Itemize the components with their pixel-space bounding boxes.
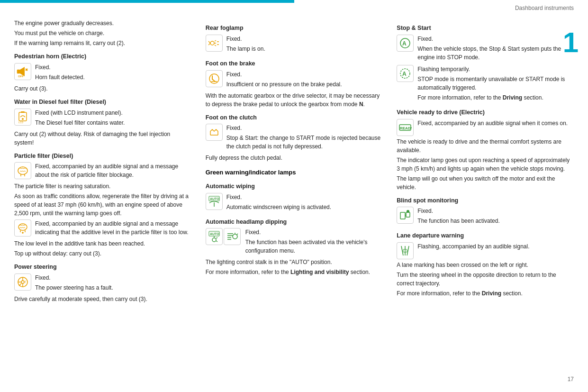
headlamp-dip-title: Automatic headlamp dipping <box>206 218 383 227</box>
svg-line-19 <box>208 41 210 43</box>
ready-drive-desc1: The vehicle is ready to drive and the th… <box>397 137 574 155</box>
headlamp-dip-desc2: For more information, refer to the Light… <box>206 268 383 276</box>
stop-start-text2: Flashing temporarily. STOP mode is momen… <box>417 65 574 103</box>
svg-text:A: A <box>402 40 407 47</box>
svg-point-39 <box>233 234 237 239</box>
particle-filter-text: Fixed, accompanied by an audible signal … <box>35 162 191 181</box>
stop-start-row1: A Fixed. When the vehicle stops, the Sto… <box>397 35 574 63</box>
column-2: Rear foglamp Fixed. The lamp is on. <box>199 14 390 373</box>
page-number-bottom: 17 <box>568 376 574 383</box>
power-steering-icon: ! <box>14 273 31 291</box>
svg-rect-48 <box>400 212 405 219</box>
headlamp-dip-text: Fixed. The function has been activated v… <box>245 228 383 256</box>
power-steering-title: Power steering <box>14 263 191 272</box>
rear-foglamp-icon <box>206 35 223 52</box>
svg-rect-49 <box>406 212 410 217</box>
particle-filter-row2: Fixed, accompanied by an audible signal … <box>14 219 191 238</box>
rear-foglamp-text: Fixed. The lamp is on. <box>226 35 383 55</box>
particle-filter2-desc2: Top up without delay: carry out (3). <box>14 249 191 258</box>
diesel-filter-row: LCD Fixed (with LCD instrument panel). T… <box>14 109 191 128</box>
lane-depart-desc2: Turn the steering wheel in the opposite … <box>397 271 574 288</box>
svg-line-20 <box>208 43 210 45</box>
pedestrian-horn-action: Carry out (3). <box>14 84 191 93</box>
svg-text:LCD: LCD <box>18 121 23 124</box>
svg-rect-0 <box>17 70 20 73</box>
pedestrian-horn-title: Pedestrian horn (Electric) <box>14 52 191 61</box>
svg-line-18 <box>215 45 216 46</box>
power-steering-text: Fixed. The power steering has a fault. <box>35 273 191 293</box>
intro-line-2: You must put the vehicle on charge. <box>14 29 191 37</box>
auto-wipe-title: Automatic wiping <box>206 182 383 191</box>
lane-depart-desc3: For more information, refer to the Drivi… <box>397 289 574 298</box>
headlamp-dip-icon1: AUTO <box>206 228 223 245</box>
foot-clutch-row: Fixed. Stop & Start: the change to START… <box>206 124 383 152</box>
ready-drive-row: READY Fixed, accompanied by an audible s… <box>397 119 574 136</box>
header: Dashboard instruments <box>515 5 574 11</box>
diesel-filter-title: Water in Diesel fuel filter (Diesel) <box>14 98 191 107</box>
svg-text:AUTO: AUTO <box>210 197 219 201</box>
foot-brake-text: Fixed. Insufficient or no pressure on th… <box>226 70 383 90</box>
svg-point-31 <box>212 238 216 242</box>
pedestrian-horn-row: OFF Fixed. Horn fault detected. <box>14 63 191 83</box>
svg-text:A: A <box>402 71 407 77</box>
power-steering-row: ! Fixed. The power steering has a fault. <box>14 273 191 293</box>
headlamp-dip-row: AUTO <box>206 228 383 256</box>
stop-start-row2: A Flashing temporarily. STOP mode is mom… <box>397 65 574 103</box>
stop-start-a2-icon: A <box>397 65 414 82</box>
particle-filter2-text: Fixed, accompanied by an audible signal … <box>35 219 191 238</box>
particle-filter-desc1: The particle filter is nearing saturatio… <box>14 182 191 191</box>
svg-line-41 <box>237 234 238 235</box>
stop-start-title: Stop & Start <box>397 24 574 33</box>
foot-brake-desc: With the automatic gearbox or the drive … <box>206 91 383 109</box>
svg-point-51 <box>407 210 409 213</box>
foot-brake-title: Foot on the brake <box>206 59 383 68</box>
particle-filter-row: Fixed, accompanied by an audible signal … <box>14 162 191 181</box>
ready-drive-desc2: The indicator lamp goes out upon reachin… <box>397 156 574 173</box>
foot-clutch-icon <box>206 124 223 141</box>
diesel-filter-text: Fixed (with LCD instrument panel). The D… <box>35 109 191 128</box>
foot-brake-row: Fixed. Insufficient or no pressure on th… <box>206 70 383 90</box>
headlamp-dip-icon2 <box>224 228 241 245</box>
foot-clutch-action: Fully depress the clutch pedal. <box>206 154 383 162</box>
auto-wipe-icon: AUTO <box>206 193 223 210</box>
svg-point-13 <box>21 281 24 283</box>
blind-spot-row: Fixed. The function has been activated. <box>397 207 574 227</box>
header-title: Dashboard instruments <box>515 5 574 11</box>
ready-drive-title: Vehicle ready to drive (Electric) <box>397 108 574 117</box>
power-steering-action: Drive carefully at moderate speed, then … <box>14 295 191 303</box>
particle-filter2-desc1: The low level in the additive tank has b… <box>14 239 191 248</box>
intro-line-3: If the warning lamp remains lit, carry o… <box>14 39 191 47</box>
ready-icon: READY <box>397 119 414 136</box>
headlamp-dip-desc1: The lighting control stalk is in the "AU… <box>206 258 383 266</box>
diesel-filter-icon: LCD <box>14 109 31 126</box>
foot-clutch-text: Fixed. Stop & Start: the change to START… <box>226 124 383 152</box>
svg-line-17 <box>215 40 216 41</box>
svg-line-34 <box>216 241 217 242</box>
svg-line-33 <box>216 237 217 238</box>
green-lamps-title: Green warning/indicator lamps <box>206 168 383 177</box>
foot-brake-icon <box>206 70 223 87</box>
blind-spot-icon <box>397 207 414 224</box>
column-3: Stop & Start A Fixed. When the vehicle s… <box>389 14 588 373</box>
stop-start-a-icon: A <box>397 35 414 52</box>
svg-point-23 <box>209 74 219 83</box>
main-content: The engine power gradually decreases. Yo… <box>0 14 588 373</box>
svg-text:READY: READY <box>400 126 412 130</box>
svg-text:OFF: OFF <box>18 75 24 78</box>
blind-spot-title: Blind spot monitoring <box>397 196 574 205</box>
column-1: The engine power gradually decreases. Yo… <box>0 14 199 373</box>
particle-filter-icon <box>14 162 31 179</box>
top-bar <box>0 0 294 3</box>
lane-depart-desc1: A lane marking has been crossed on the l… <box>397 261 574 269</box>
ready-drive-desc3: The lamp will go out when you switch off… <box>397 174 574 191</box>
rear-foglamp-row: Fixed. The lamp is on. <box>206 35 383 55</box>
svg-rect-5 <box>21 111 25 113</box>
particle-filter-desc2: As soon as traffic conditions allow, reg… <box>14 192 191 218</box>
blind-spot-text: Fixed. The function has been activated. <box>417 207 574 227</box>
foot-clutch-title: Foot on the clutch <box>206 113 383 122</box>
lane-depart-row: Flashing, accompanied by an audible sign… <box>397 242 574 259</box>
headlamp-dip-icons: AUTO <box>206 228 242 245</box>
auto-wipe-text: Fixed. Automatic windscreen wiping is ac… <box>226 193 383 213</box>
particle-filter2-icon <box>14 219 31 237</box>
particle-filter-title: Particle filter (Diesel) <box>14 152 191 161</box>
